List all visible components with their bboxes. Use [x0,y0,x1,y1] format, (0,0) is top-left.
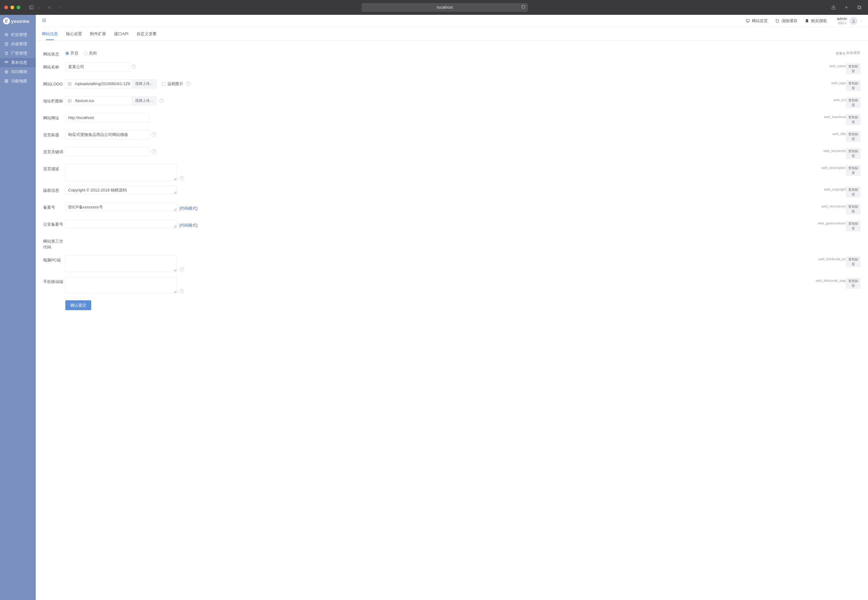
top-link-label: 购买授权 [811,18,827,24]
copy-tag-button[interactable]: 复制标签 [846,278,860,289]
nav-back-icon[interactable]: ‹ [45,3,54,12]
label-wap-third: 手机移动端 [43,277,65,285]
help-icon[interactable]: ? [186,82,191,86]
copy-tag-button[interactable]: 复制标签 [846,148,860,159]
radio-label: 开启 [70,51,78,56]
textarea-pc-third[interactable] [65,255,177,272]
svg-rect-18 [7,82,8,83]
sidebar-item-sitemap[interactable]: 功能地图 [0,76,36,86]
sidebar-item-content[interactable]: 内容管理 [0,39,36,49]
var-name: web_thirdcode_pc [809,255,846,261]
new-tab-icon[interactable] [842,3,851,12]
sidebar-toggle-icon[interactable] [27,3,36,12]
help-icon[interactable]: ? [179,267,184,272]
tab-api[interactable]: 接口API [114,31,129,40]
input-title[interactable] [65,130,149,139]
tabs: 网站信息 核心设置 附件扩展 接口API 自定义变量 [36,27,868,41]
tab-site-info[interactable]: 网站信息 [42,31,58,40]
textarea-wap-third[interactable] [65,277,177,294]
svg-rect-17 [5,82,6,83]
help-icon[interactable]: ? [179,176,184,181]
top-link-buy-license[interactable]: 购买授权 [805,18,827,24]
brand-logo[interactable]: E youcms [0,15,36,27]
submit-button[interactable]: 确认提交 [65,300,91,310]
chevron-down-icon[interactable]: ⌄ [38,6,40,9]
tab-label: 自定义变量 [136,32,157,36]
link-code-mode[interactable]: [代码模式] [179,206,198,211]
doc-icon [4,42,9,46]
user-menu[interactable]: admin 创始人 ⌄ [837,17,862,25]
svg-point-26 [69,83,70,83]
svg-rect-5 [859,6,861,9]
label-description: 首页描述 [43,164,65,172]
textarea-recordnum[interactable] [65,203,177,211]
label-basehost: 网站网址 [43,113,65,121]
input-logo-path[interactable] [74,80,132,88]
link-code-mode[interactable]: [代码模式] [179,223,198,228]
monitor-icon [746,19,750,23]
top-link-clear-cache[interactable]: 清除缓存 [775,18,797,24]
input-site-name[interactable] [65,62,129,71]
input-basehost[interactable] [65,113,149,123]
copy-tag-button[interactable]: 复制标签 [846,165,860,176]
checkbox-label: 远程图片 [167,81,183,86]
help-icon[interactable]: ? [152,132,156,137]
textarea-copyright[interactable] [65,186,177,194]
copy-tag-button[interactable]: 复制标签 [846,186,860,198]
help-icon[interactable]: ? [159,98,164,103]
sidebar-nav: 栏目管理 内容管理 广告管理 基本信息 SEO模块 功能地图 [0,27,36,86]
upload-favicon-button[interactable]: 选择上传… [132,97,157,105]
col-header-tagcall: 标签调用 [847,51,860,55]
sidebar-item-basic-info[interactable]: 基本信息 [0,58,36,67]
input-favicon-path[interactable] [74,97,132,105]
var-name: web_logo [809,79,846,85]
maximize-window-icon[interactable] [17,6,20,9]
user-name: admin [837,17,847,21]
radio-unchecked-icon [84,52,88,55]
menu-toggle-icon[interactable] [41,18,47,24]
tab-overview-icon[interactable] [855,3,864,12]
textarea-description[interactable] [65,164,177,181]
help-icon[interactable]: ? [152,149,156,154]
tab-attachments[interactable]: 附件扩展 [90,31,106,40]
var-name: web_title [809,130,846,136]
copy-tag-button[interactable]: 复制标签 [846,203,860,215]
sidebar-item-columns[interactable]: 栏目管理 [0,30,36,39]
gear-icon [4,61,9,65]
svg-marker-7 [5,33,8,35]
copy-tag-button[interactable]: 复制标签 [846,97,860,108]
reload-icon[interactable] [521,5,526,10]
help-icon[interactable]: ? [179,289,184,294]
top-link-home[interactable]: 网站首页 [746,18,768,24]
help-icon[interactable]: ? [131,64,136,69]
address-bar[interactable]: localhost [361,3,528,12]
copy-tag-button[interactable]: 复制标签 [846,131,860,142]
sidebar-item-seo[interactable]: SEO模块 [0,67,36,76]
sidebar-item-label: 内容管理 [11,41,27,47]
nav-forward-icon[interactable]: › [56,3,64,12]
tab-custom-vars[interactable]: 自定义变量 [136,31,157,40]
input-keywords[interactable] [65,147,149,156]
copy-tag-button[interactable]: 复制标签 [846,114,860,125]
svg-rect-0 [30,6,33,9]
close-window-icon[interactable] [4,6,8,9]
col-header-var: 变量名 [809,49,846,56]
radio-checked-icon [65,52,69,55]
bag-icon [4,51,9,56]
minimize-window-icon[interactable] [11,6,14,9]
radio-status-on[interactable]: 开启 [65,51,78,56]
copy-tag-button[interactable]: 复制标签 [846,220,860,232]
copy-tag-button[interactable]: 复制标签 [846,256,860,267]
share-icon[interactable] [829,3,838,12]
tab-core-settings[interactable]: 核心设置 [66,31,82,40]
address-bar-url: localhost [437,5,452,9]
copy-tag-button[interactable]: 复制标签 [846,80,860,91]
privacy-shield-icon[interactable] [0,3,1,12]
textarea-garecordnum[interactable] [65,220,177,228]
svg-rect-16 [7,80,8,81]
radio-status-off[interactable]: 关闭 [84,51,97,56]
checkbox-remote-image[interactable]: 远程图片 [162,81,183,86]
sidebar-item-ads[interactable]: 广告管理 [0,49,36,58]
copy-tag-button[interactable]: 复制标签 [846,63,860,74]
upload-logo-button[interactable]: 选择上传… [132,80,157,88]
